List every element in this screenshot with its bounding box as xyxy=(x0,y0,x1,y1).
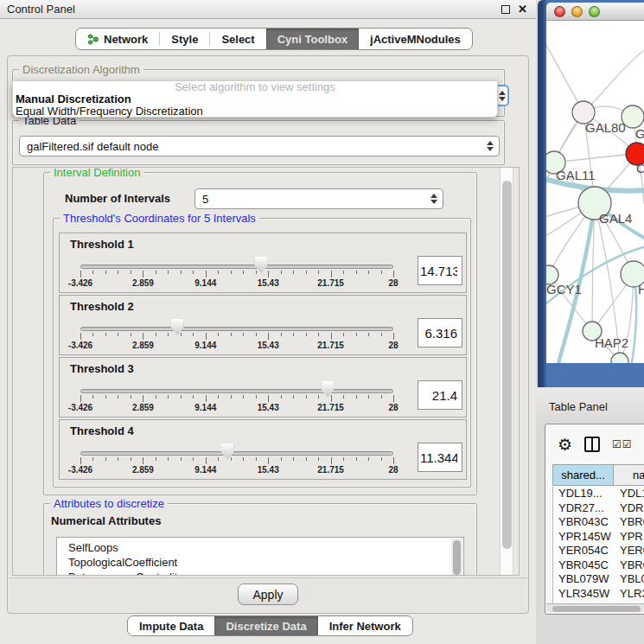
dropdown-option-equal-width[interactable]: Equal Width/Frequency Discretization xyxy=(13,105,497,118)
tick-mark xyxy=(293,457,294,461)
network-edge[interactable] xyxy=(554,154,637,163)
numerical-attributes-list[interactable]: SelfLoopsTopologicalCoefficientBetweenne… xyxy=(56,537,464,576)
network-icon xyxy=(87,33,99,45)
tab-discretize-data[interactable]: Discretize Data xyxy=(214,616,317,635)
cell-name[interactable]: YLR3 xyxy=(615,587,644,602)
slider-track[interactable] xyxy=(80,451,393,456)
checkbox-icons[interactable]: ☑☑ xyxy=(612,438,633,450)
network-graph[interactable]: GAL80GCGAL11GAL4GCY1HHAP2 xyxy=(546,21,644,363)
tick-label: 28 xyxy=(388,341,398,350)
apply-button[interactable]: Apply xyxy=(238,583,297,605)
threshold-4-panel: Threshold 4 -3.4262.8599.14415.4321.7152… xyxy=(59,419,467,480)
network-edge[interactable] xyxy=(583,50,644,112)
attribute-list-item[interactable]: BetweennessCentrality xyxy=(68,570,463,576)
tick-mark xyxy=(156,457,156,461)
cell-shared-name[interactable]: YER054C xyxy=(553,544,615,558)
tab-impute-data[interactable]: Impute Data xyxy=(128,616,214,635)
table-row[interactable]: YBR045CYBR0 xyxy=(553,558,644,573)
slider-track[interactable] xyxy=(80,389,393,393)
cell-name[interactable]: YDR2 xyxy=(615,501,644,516)
tick-mark xyxy=(80,271,81,277)
network-edge[interactable] xyxy=(546,38,583,112)
columns-icon[interactable] xyxy=(584,437,600,452)
slider-track[interactable] xyxy=(80,265,393,269)
cell-shared-name[interactable]: YBR043C xyxy=(553,515,615,530)
column-header-name[interactable]: na xyxy=(614,464,644,486)
network-canvas[interactable]: GAL80GCGAL11GAL4GCY1HHAP2 xyxy=(546,21,644,363)
attributes-groupbox: Attributes to discretize Numerical Attri… xyxy=(43,503,477,576)
cell-name[interactable]: YDL1 xyxy=(615,487,644,501)
table-row[interactable]: YBL079WYBL0 xyxy=(553,572,644,587)
scrollbar-thumb[interactable] xyxy=(453,540,461,575)
tick-mark xyxy=(393,457,394,464)
close-traffic-light-icon[interactable] xyxy=(554,6,565,17)
zoom-traffic-light-icon[interactable] xyxy=(589,6,600,17)
attributes-list-scrollbar[interactable] xyxy=(451,539,462,576)
table-row[interactable]: YLR345WYLR3 xyxy=(553,587,644,602)
tick-label: -3.426 xyxy=(68,341,92,350)
column-header-shared-name[interactable]: shared... xyxy=(552,464,614,486)
tick-label: 28 xyxy=(388,465,398,475)
table-row[interactable]: YBR043CYBR0 xyxy=(553,515,644,530)
tick-mark xyxy=(256,457,257,461)
cell-shared-name[interactable]: YDR27... xyxy=(553,501,615,516)
settings-panel-scrollbar[interactable] xyxy=(500,168,513,575)
tick-mark xyxy=(80,333,81,340)
tick-mark xyxy=(281,395,282,399)
network-window-titlebar xyxy=(546,3,644,21)
threshold-2-slider[interactable]: -3.4262.8599.14415.4321.71528 xyxy=(80,296,393,356)
tick-mark xyxy=(118,271,118,274)
cell-name[interactable]: YBR0 xyxy=(615,515,644,530)
scrollbar-thumb[interactable] xyxy=(502,181,512,549)
threshold-1-panel: Threshold 1 -3.4262.8599.14415.4321.7152… xyxy=(59,233,467,293)
table-horizontal-scrollbar[interactable] xyxy=(546,603,644,612)
table-row[interactable]: YPR145WYPR1 xyxy=(553,530,644,545)
threshold-2-value-field[interactable] xyxy=(418,318,462,348)
interval-definition-title: Interval Definition xyxy=(50,167,143,179)
table-rows[interactable]: YDL19...YDL1YDR27...YDR2YBR043CYBR0YPR14… xyxy=(552,487,644,603)
tick-label: 2.859 xyxy=(132,403,154,412)
tab-select[interactable]: Select xyxy=(210,29,265,49)
threshold-1-slider[interactable]: -3.4262.8599.14415.4321.71528 xyxy=(80,233,393,294)
cell-shared-name[interactable]: YBR045C xyxy=(553,558,615,573)
cell-name[interactable]: YBR0 xyxy=(615,558,644,573)
tab-infer-network[interactable]: Infer Network xyxy=(318,616,412,635)
tick-mark xyxy=(381,457,382,461)
gear-icon[interactable]: ⚙ xyxy=(558,437,572,453)
slider-track[interactable] xyxy=(80,327,393,331)
float-window-icon[interactable] xyxy=(501,5,510,14)
dropdown-option-manual[interactable]: Manual Discretization xyxy=(13,93,497,105)
table-data-combobox[interactable]: galFiltered.sif default node xyxy=(19,136,500,156)
attribute-list-item[interactable]: TopologicalCoefficient xyxy=(68,555,463,570)
tab-cyni-toolbox[interactable]: Cyni Toolbox xyxy=(266,29,359,49)
tick-mark xyxy=(243,333,244,336)
number-of-intervals-combobox[interactable]: 5 xyxy=(194,188,443,209)
table-row[interactable]: YER054CYER0 xyxy=(553,544,644,558)
threshold-4-value-field[interactable] xyxy=(418,443,462,472)
table-row[interactable]: YDR27...YDR2 xyxy=(553,501,644,516)
scrollbar-thumb[interactable] xyxy=(552,606,641,612)
tab-network[interactable]: Network xyxy=(76,29,159,49)
table-row[interactable]: YDL19...YDL1 xyxy=(553,487,644,501)
cell-name[interactable]: YPR1 xyxy=(615,530,644,545)
threshold-4-slider[interactable]: -3.4262.8599.14415.4321.71528 xyxy=(80,420,393,481)
minimize-traffic-light-icon[interactable] xyxy=(571,6,583,17)
cell-name[interactable]: YER0 xyxy=(615,544,644,558)
cell-shared-name[interactable]: YBL079W xyxy=(553,572,615,587)
threshold-1-value-field[interactable] xyxy=(418,256,462,285)
close-icon[interactable]: ✕ xyxy=(518,5,527,14)
cell-shared-name[interactable]: YPR145W xyxy=(553,530,615,545)
tick-mark xyxy=(231,271,232,274)
algorithm-group-title: Discretization Algorithm xyxy=(19,63,143,76)
threshold-3-slider[interactable]: -3.4262.8599.14415.4321.71528 xyxy=(80,358,393,418)
attribute-list-item[interactable]: SelfLoops xyxy=(68,540,463,555)
tick-label: -3.426 xyxy=(68,465,92,475)
cell-name[interactable]: YBL0 xyxy=(615,572,644,587)
tab-style[interactable]: Style xyxy=(160,29,209,49)
interval-definition-groupbox: Interval Definition Number of Intervals … xyxy=(43,172,477,495)
cell-shared-name[interactable]: YDL19... xyxy=(553,487,615,501)
threshold-3-value-field[interactable] xyxy=(418,380,462,410)
tab-jactivemnodules[interactable]: jActiveMNodules xyxy=(359,29,472,49)
cell-shared-name[interactable]: YLR345W xyxy=(553,587,615,602)
tab-label: Infer Network xyxy=(329,620,401,633)
